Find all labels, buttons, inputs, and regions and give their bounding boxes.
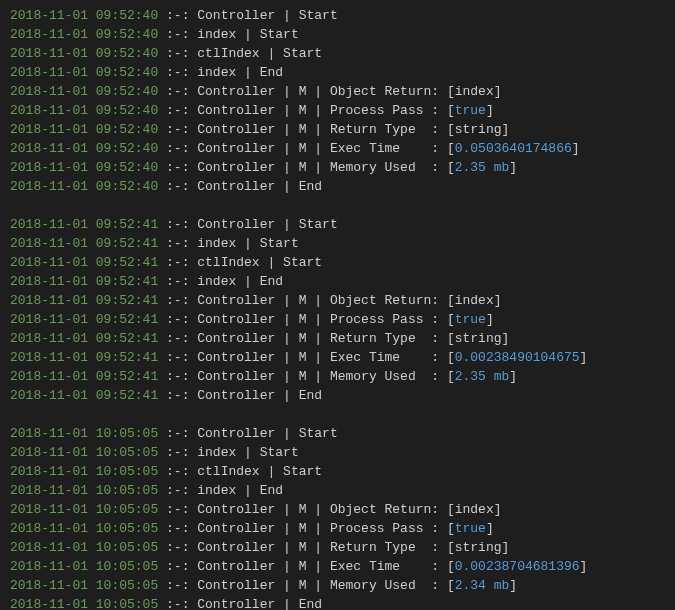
log-line: 2018-11-01 09:52:41 :-: Controller | M |… <box>10 291 665 310</box>
log-separator: :-: <box>166 388 189 403</box>
log-line: 2018-11-01 09:52:40 :-: index | End <box>10 63 665 82</box>
log-timestamp: 2018-11-01 10:05:05 <box>10 521 158 536</box>
log-separator: :-: <box>166 293 189 308</box>
log-timestamp: 2018-11-01 09:52:40 <box>10 84 158 99</box>
log-message: Controller | M | Memory Used : [ <box>197 369 454 384</box>
log-timestamp: 2018-11-01 10:05:05 <box>10 426 158 441</box>
log-timestamp: 2018-11-01 09:52:41 <box>10 236 158 251</box>
log-separator: :-: <box>166 84 189 99</box>
log-message: Controller | M | Memory Used : [ <box>197 578 454 593</box>
log-blank-line <box>10 405 665 424</box>
log-line: 2018-11-01 09:52:41 :-: ctlIndex | Start <box>10 253 665 272</box>
log-line: 2018-11-01 10:05:05 :-: index | End <box>10 481 665 500</box>
log-message: ctlIndex | Start <box>197 46 322 61</box>
log-separator: :-: <box>166 559 189 574</box>
log-separator: :-: <box>166 122 189 137</box>
log-message: Controller | M | Exec Time : [ <box>197 141 454 156</box>
log-value: 2.35 mb <box>455 369 510 384</box>
log-line: 2018-11-01 09:52:41 :-: index | End <box>10 272 665 291</box>
log-line: 2018-11-01 10:05:05 :-: ctlIndex | Start <box>10 462 665 481</box>
log-message: Controller | M | Process Pass : [ <box>197 521 454 536</box>
log-bracket-close: ] <box>580 350 588 365</box>
log-timestamp: 2018-11-01 09:52:41 <box>10 331 158 346</box>
log-timestamp: 2018-11-01 09:52:41 <box>10 293 158 308</box>
log-message: Controller | M | Process Pass : [ <box>197 103 454 118</box>
log-message: Controller | Start <box>197 8 337 23</box>
log-timestamp: 2018-11-01 10:05:05 <box>10 464 158 479</box>
log-message: ctlIndex | Start <box>197 464 322 479</box>
log-message: Controller | M | Return Type : [ <box>197 540 454 555</box>
log-separator: :-: <box>166 27 189 42</box>
log-message: Controller | M | Object Return: [ <box>197 502 454 517</box>
log-value: string <box>455 122 502 137</box>
log-value: 2.34 mb <box>455 578 510 593</box>
log-value: string <box>455 540 502 555</box>
log-separator: :-: <box>166 426 189 441</box>
log-timestamp: 2018-11-01 09:52:40 <box>10 8 158 23</box>
log-value: 0.00238490104675 <box>455 350 580 365</box>
log-timestamp: 2018-11-01 09:52:40 <box>10 65 158 80</box>
log-message: Controller | Start <box>197 426 337 441</box>
log-timestamp: 2018-11-01 09:52:40 <box>10 27 158 42</box>
log-bracket-close: ] <box>509 578 517 593</box>
log-separator: :-: <box>166 274 189 289</box>
log-value: index <box>455 84 494 99</box>
log-value: true <box>455 103 486 118</box>
log-timestamp: 2018-11-01 09:52:40 <box>10 46 158 61</box>
log-timestamp: 2018-11-01 10:05:05 <box>10 540 158 555</box>
log-message: Controller | End <box>197 388 322 403</box>
log-separator: :-: <box>166 521 189 536</box>
log-value: string <box>455 331 502 346</box>
log-line: 2018-11-01 09:52:40 :-: Controller | M |… <box>10 101 665 120</box>
log-timestamp: 2018-11-01 09:52:41 <box>10 274 158 289</box>
log-bracket-close: ] <box>486 521 494 536</box>
log-line: 2018-11-01 10:05:05 :-: Controller | Sta… <box>10 424 665 443</box>
log-timestamp: 2018-11-01 09:52:40 <box>10 179 158 194</box>
log-line: 2018-11-01 10:05:05 :-: Controller | M |… <box>10 576 665 595</box>
log-timestamp: 2018-11-01 10:05:05 <box>10 502 158 517</box>
log-separator: :-: <box>166 331 189 346</box>
log-timestamp: 2018-11-01 10:05:05 <box>10 559 158 574</box>
log-line: 2018-11-01 09:52:41 :-: Controller | M |… <box>10 367 665 386</box>
log-bracket-close: ] <box>509 369 517 384</box>
log-message: index | Start <box>197 27 298 42</box>
log-line: 2018-11-01 09:52:40 :-: Controller | M |… <box>10 158 665 177</box>
log-separator: :-: <box>166 312 189 327</box>
log-timestamp: 2018-11-01 09:52:41 <box>10 388 158 403</box>
log-separator: :-: <box>166 65 189 80</box>
log-line: 2018-11-01 09:52:40 :-: Controller | Sta… <box>10 6 665 25</box>
log-timestamp: 2018-11-01 09:52:41 <box>10 350 158 365</box>
log-blank-line <box>10 196 665 215</box>
log-line: 2018-11-01 09:52:41 :-: Controller | M |… <box>10 348 665 367</box>
log-line: 2018-11-01 09:52:40 :-: ctlIndex | Start <box>10 44 665 63</box>
log-output: 2018-11-01 09:52:40 :-: Controller | Sta… <box>0 0 675 610</box>
log-bracket-close: ] <box>572 141 580 156</box>
log-separator: :-: <box>166 217 189 232</box>
log-line: 2018-11-01 09:52:41 :-: Controller | M |… <box>10 310 665 329</box>
log-value: index <box>455 502 494 517</box>
log-line: 2018-11-01 10:05:05 :-: Controller | M |… <box>10 538 665 557</box>
log-line: 2018-11-01 10:05:05 :-: index | Start <box>10 443 665 462</box>
log-separator: :-: <box>166 540 189 555</box>
log-timestamp: 2018-11-01 09:52:40 <box>10 103 158 118</box>
log-separator: :-: <box>166 179 189 194</box>
log-separator: :-: <box>166 255 189 270</box>
log-timestamp: 2018-11-01 09:52:40 <box>10 141 158 156</box>
log-line: 2018-11-01 10:05:05 :-: Controller | M |… <box>10 500 665 519</box>
log-message: Controller | End <box>197 179 322 194</box>
log-separator: :-: <box>166 103 189 118</box>
log-message: index | Start <box>197 236 298 251</box>
log-separator: :-: <box>166 46 189 61</box>
log-separator: :-: <box>166 236 189 251</box>
log-value: 2.35 mb <box>455 160 510 175</box>
log-message: Controller | M | Object Return: [ <box>197 84 454 99</box>
log-message: Controller | M | Exec Time : [ <box>197 559 454 574</box>
log-line: 2018-11-01 09:52:40 :-: Controller | End <box>10 177 665 196</box>
log-separator: :-: <box>166 502 189 517</box>
log-line: 2018-11-01 09:52:40 :-: Controller | M |… <box>10 139 665 158</box>
log-message: index | End <box>197 65 283 80</box>
log-bracket-close: ] <box>502 331 510 346</box>
log-message: index | Start <box>197 445 298 460</box>
log-message: Controller | M | Object Return: [ <box>197 293 454 308</box>
log-timestamp: 2018-11-01 10:05:05 <box>10 597 158 610</box>
